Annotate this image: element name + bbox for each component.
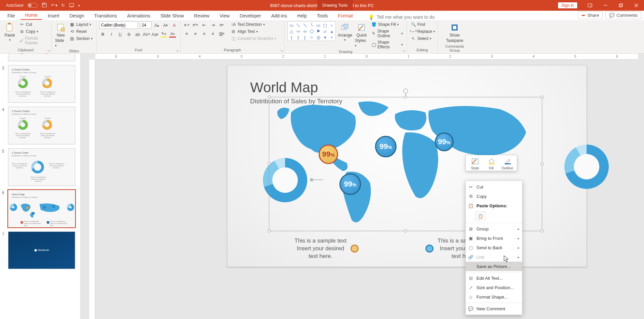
paste-button[interactable]: Paste ▾ xyxy=(3,21,17,43)
tab-help[interactable]: Help xyxy=(292,11,312,20)
numbering-icon[interactable]: ≡¹▾ xyxy=(192,21,199,28)
tab-view[interactable]: View xyxy=(215,11,234,20)
cut-button[interactable]: ✂Cut xyxy=(18,21,49,28)
shape-roundrect-icon[interactable]: ▢ xyxy=(322,22,328,28)
shape-line-icon[interactable]: ＼ xyxy=(302,22,308,28)
tab-format[interactable]: Format xyxy=(333,11,358,20)
shape-fill-button[interactable]: 🪣Shape Fill▾ xyxy=(370,21,404,28)
columns-icon[interactable]: ▥▾ xyxy=(218,30,225,37)
select-button[interactable]: ↖Select▾ xyxy=(410,36,435,42)
tab-file[interactable]: File xyxy=(3,11,20,20)
strikethrough-icon[interactable]: S xyxy=(126,31,132,38)
gallery-scroll-up-icon[interactable]: ▴ xyxy=(329,29,335,34)
ctx-bring-to-front[interactable]: ▣Bring to Front▸ xyxy=(466,233,522,243)
maximize-icon[interactable] xyxy=(613,0,629,11)
tab-developer[interactable]: Developer xyxy=(235,11,266,20)
resize-handle[interactable] xyxy=(541,162,544,165)
justify-icon[interactable]: ≡ xyxy=(210,30,216,37)
find-button[interactable]: 🔍Find xyxy=(410,21,435,28)
ribbon-display-options-icon[interactable] xyxy=(582,0,598,11)
resize-handle[interactable] xyxy=(268,229,271,232)
font-color-icon[interactable]: A▾ xyxy=(169,31,176,38)
bullets-icon[interactable]: ≡·▾ xyxy=(183,21,190,28)
shape-brace-icon[interactable]: { xyxy=(288,35,294,40)
clear-formatting-icon[interactable]: A xyxy=(171,22,178,29)
shape-arrow-icon[interactable]: ⇨ xyxy=(295,29,301,34)
align-right-icon[interactable]: ≡ xyxy=(201,30,208,37)
paste-keep-source-button[interactable]: 📋 xyxy=(476,212,485,220)
slide-canvas[interactable]: World Map Distribution of Sales by Terro… xyxy=(227,65,587,267)
bubble-asia[interactable]: 99% xyxy=(435,132,454,151)
dialog-launcher-icon[interactable]: ⤡ xyxy=(47,49,50,53)
char-spacing-icon[interactable]: AV▾ xyxy=(143,31,150,38)
ctx-save-as-picture[interactable]: Save as Picture... xyxy=(466,262,522,271)
shape-hex-icon[interactable]: ⬡ xyxy=(309,29,315,34)
comments-button[interactable]: 💬Comments xyxy=(605,11,641,19)
show-taskpane-button[interactable]: Show Taskpane xyxy=(443,21,466,44)
sign-in-button[interactable]: Sign in xyxy=(558,2,578,9)
format-painter-button[interactable]: 🖌Format Painter xyxy=(18,36,49,46)
thumb-4[interactable]: 4 2 Donut Charts Distribution of Sales b… xyxy=(2,107,78,144)
tab-slideshow[interactable]: Slide Show xyxy=(156,11,189,20)
slide-edit-area[interactable]: 6543210123456 World Map Distribution of … xyxy=(81,54,644,319)
ctx-group[interactable]: ⊞Group▸ xyxy=(466,224,522,233)
align-text-button[interactable]: ⊟Align Text▾ xyxy=(230,29,277,35)
tab-transitions[interactable]: Transitions xyxy=(90,11,122,20)
minimize-icon[interactable] xyxy=(598,0,613,11)
thumb-3[interactable]: 3 2 Donut Charts Distribution of Sales b… xyxy=(2,65,78,103)
increase-indent-icon[interactable]: ⇥ xyxy=(210,21,216,28)
font-name-input[interactable] xyxy=(99,21,138,29)
tab-review[interactable]: Review xyxy=(189,11,214,20)
shape-connector-icon[interactable]: └ xyxy=(309,22,315,28)
undo-icon[interactable]: ↶ ▾ xyxy=(51,3,57,8)
bubble-south-america[interactable]: 99% xyxy=(339,173,361,195)
decrease-font-icon[interactable]: A▾ xyxy=(162,22,169,29)
resize-handle[interactable] xyxy=(404,96,407,99)
redo-icon[interactable]: ↻ xyxy=(61,3,65,8)
shape-flag-icon[interactable]: ⚑ xyxy=(315,29,321,34)
gallery-scroll-down-icon[interactable]: ▾ xyxy=(322,35,328,40)
quick-styles-button[interactable]: Quick Styles ▾ xyxy=(354,21,369,49)
bubble-europe[interactable]: 99% xyxy=(375,136,397,157)
tab-home[interactable]: Home xyxy=(20,11,42,20)
convert-smartart-button[interactable]: ◫Convert to SmartArt▾ xyxy=(230,36,277,42)
thumb-6[interactable]: 6 World Map Distribution of Sales by Ter… xyxy=(2,190,78,227)
ctx-copy[interactable]: ⧉Copy xyxy=(466,192,522,201)
resize-handle[interactable] xyxy=(541,96,544,99)
resize-handle[interactable] xyxy=(268,96,271,99)
resize-handle[interactable] xyxy=(541,229,544,232)
save-icon[interactable] xyxy=(42,2,47,9)
legend-a[interactable]: This is a sample text Insert your desire… xyxy=(294,237,378,260)
arrange-button[interactable]: Arrange▾ xyxy=(337,21,353,43)
layout-button[interactable]: ▦Layout▾ xyxy=(68,21,94,28)
shape-doc-icon[interactable]: ▱ xyxy=(322,29,328,34)
slide-thumbnails-pane[interactable]: 3 2 Donut Charts Distribution of Sales b… xyxy=(0,54,81,319)
tab-animations[interactable]: Animations xyxy=(122,11,155,20)
shape-rect-icon[interactable]: ▭ xyxy=(315,22,321,28)
resize-handle[interactable] xyxy=(268,162,271,165)
shape-brace-icon[interactable]: { xyxy=(302,35,308,40)
line-spacing-icon[interactable]: ≡▾ xyxy=(218,21,225,28)
shape-outline-button[interactable]: ✎Shape Outline▾ xyxy=(370,29,404,39)
autosave-toggle[interactable] xyxy=(28,3,38,8)
increase-font-icon[interactable]: A▴ xyxy=(153,22,160,29)
align-left-icon[interactable]: ≡ xyxy=(183,30,190,37)
bubble-north-america[interactable]: 99% xyxy=(319,145,338,164)
donut-right[interactable] xyxy=(564,145,609,189)
start-from-beginning-icon[interactable] xyxy=(69,2,74,9)
shape-arrow-icon[interactable]: ⬄ xyxy=(302,29,308,34)
slide-title[interactable]: World Map xyxy=(250,79,318,96)
dialog-launcher-icon[interactable]: ⤡ xyxy=(403,49,405,53)
align-center-icon[interactable]: ≡ xyxy=(192,30,199,37)
ctx-format-shape[interactable]: ◇Format Shape... xyxy=(466,292,522,302)
share-button[interactable]: ➦Share xyxy=(578,11,603,19)
replace-button[interactable]: ᵃ↔ᵇReplace▾ xyxy=(410,29,435,35)
thumb-2-partial[interactable] xyxy=(2,54,78,61)
ctx-cut[interactable]: ✂Cut xyxy=(466,182,522,192)
ctx-new-comment[interactable]: 💬New Comment xyxy=(466,304,522,313)
resize-handle[interactable] xyxy=(404,229,407,232)
shape-line-icon[interactable]: ＼ xyxy=(295,22,301,28)
shadow-icon[interactable]: ab xyxy=(134,31,141,38)
shape-callout-icon[interactable]: ◎ xyxy=(315,35,321,40)
mini-outline-button[interactable]: Outline xyxy=(501,157,514,170)
